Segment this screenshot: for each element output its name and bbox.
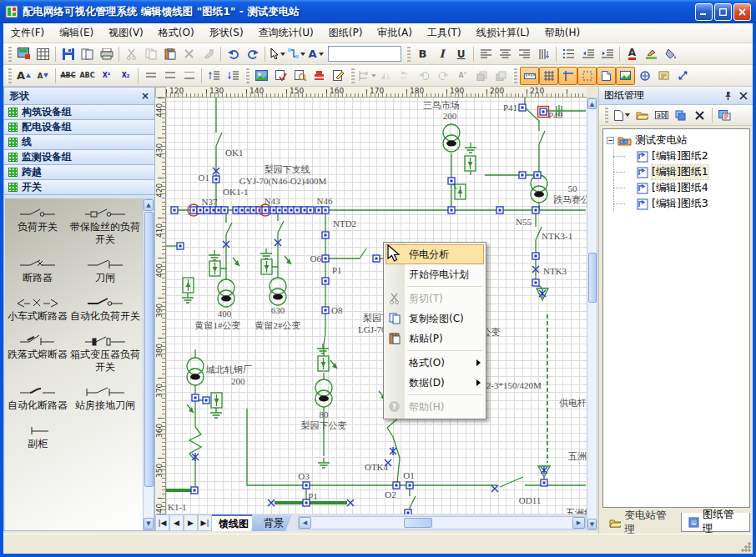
last-page-button[interactable]: ▶| bbox=[198, 514, 212, 531]
shape-circuit-breaker[interactable]: 断路器 bbox=[5, 258, 70, 284]
marquee-toggle-button[interactable] bbox=[577, 67, 597, 85]
tree-item-sheet2[interactable]: [编辑]图纸2 bbox=[603, 148, 749, 164]
text-tool-button[interactable]: A bbox=[306, 45, 325, 63]
sheet-properties-button[interactable] bbox=[715, 106, 734, 124]
shape-auto-load-switch[interactable]: 自动化负荷开关 bbox=[70, 296, 140, 323]
scrollbar-thumb[interactable] bbox=[588, 253, 597, 303]
maximize-button[interactable] bbox=[714, 3, 732, 21]
menu-format[interactable]: 格式(O) bbox=[151, 23, 202, 43]
shape-group-structures[interactable]: 构筑设备组 bbox=[4, 105, 154, 120]
fill-button[interactable] bbox=[661, 45, 680, 63]
toolbar-grip[interactable] bbox=[350, 68, 355, 83]
shape-auto-breaker[interactable]: 自动化断路器 bbox=[5, 385, 70, 412]
prev-page-button[interactable]: ◀ bbox=[169, 514, 184, 531]
rotate-left-button[interactable] bbox=[415, 67, 434, 85]
page-toggle-button[interactable] bbox=[597, 67, 616, 85]
menu-item-copy-drawing[interactable]: 复制绘图(C) bbox=[384, 309, 486, 329]
outdent-button[interactable] bbox=[578, 45, 597, 63]
toolbar-grip[interactable] bbox=[245, 68, 249, 83]
close-panel-icon[interactable]: × bbox=[141, 90, 149, 102]
shape-group-distribution[interactable]: 配电设备组 bbox=[4, 120, 154, 135]
shape-group-lines[interactable]: 线 bbox=[4, 135, 154, 150]
flip-horizontal-button[interactable] bbox=[376, 67, 396, 85]
shape-group-switches[interactable]: 开关 bbox=[4, 180, 154, 195]
align-right-button[interactable] bbox=[515, 45, 534, 63]
menu-shape[interactable]: 形状(S) bbox=[202, 23, 251, 43]
tree-item-sheet3[interactable]: [编辑]图纸3 bbox=[603, 196, 749, 212]
menu-query-stats[interactable]: 查询统计(U) bbox=[251, 23, 321, 43]
toolbar-grip[interactable] bbox=[513, 68, 517, 83]
scroll-right-icon[interactable]: ▶ bbox=[572, 517, 585, 529]
open-sheet-button[interactable] bbox=[633, 106, 652, 124]
shape-fused-load-switch[interactable]: 带保险丝的负荷开关 bbox=[70, 207, 140, 246]
shape-trolley-breaker[interactable]: 小车式断路器 bbox=[5, 296, 70, 323]
flip-vertical-button[interactable] bbox=[396, 67, 415, 85]
next-page-button[interactable]: ▶ bbox=[184, 514, 198, 531]
delete-button[interactable] bbox=[179, 45, 199, 63]
pan-zoom-button[interactable] bbox=[635, 67, 654, 85]
font-color-button[interactable]: A bbox=[622, 45, 642, 63]
vertical-text-button[interactable] bbox=[534, 45, 553, 63]
move-arrows-button[interactable] bbox=[673, 67, 693, 85]
shape-knife-switch[interactable]: 刀闸 bbox=[70, 258, 140, 284]
menu-line-loss[interactable]: 线损计算(L) bbox=[469, 23, 537, 43]
menu-item-format[interactable]: 格式(O) bbox=[384, 353, 486, 373]
scroll-up-icon[interactable]: ▲ bbox=[144, 199, 154, 211]
print-button[interactable] bbox=[97, 45, 116, 63]
grow-font-button[interactable]: A bbox=[14, 67, 33, 85]
paste-button[interactable] bbox=[160, 45, 179, 63]
tab-sheet-manager[interactable]: 图纸管理 bbox=[681, 513, 750, 532]
scrollbar-thumb[interactable] bbox=[404, 518, 432, 528]
save-button[interactable] bbox=[58, 45, 78, 63]
title-bar[interactable]: 配电网络可视化管理系统 编辑馈线图 "图纸1" - 测试变电站 bbox=[0, 0, 756, 23]
align-left-button[interactable] bbox=[476, 45, 496, 63]
toolbar-grip[interactable] bbox=[406, 47, 411, 62]
copy-button[interactable] bbox=[141, 45, 160, 63]
menu-item-paste[interactable]: 粘贴(P) bbox=[384, 329, 486, 349]
approve-button[interactable] bbox=[271, 67, 290, 85]
view-button[interactable] bbox=[14, 45, 33, 63]
menu-item-start-outage-plan[interactable]: 开始停电计划 bbox=[384, 264, 486, 284]
delete-sheet-button[interactable] bbox=[690, 106, 709, 124]
shape-dropout-fuse[interactable]: 跌落式熔断器 bbox=[5, 334, 70, 374]
tab-feeder-diagram[interactable]: 馈线图 bbox=[212, 514, 257, 531]
scroll-up-icon[interactable]: ▲ bbox=[587, 98, 597, 109]
shape-group-crossing[interactable]: 跨越 bbox=[4, 165, 154, 180]
align-center-button[interactable] bbox=[496, 45, 515, 63]
insert-picture-button[interactable] bbox=[252, 67, 271, 85]
rename-sheet-button[interactable]: ab bbox=[652, 106, 671, 124]
indent-button[interactable] bbox=[597, 45, 617, 63]
space-before-button[interactable] bbox=[204, 67, 224, 85]
abc-button[interactable]: ABC bbox=[78, 67, 97, 85]
line-spacing-2-button[interactable] bbox=[179, 67, 199, 85]
redo-button[interactable] bbox=[243, 45, 262, 63]
menu-view[interactable]: 视图(V) bbox=[101, 23, 151, 43]
connector-tool-button[interactable] bbox=[287, 45, 306, 63]
tree-root-substation[interactable]: − 测试变电站 bbox=[603, 133, 749, 148]
cut-button[interactable] bbox=[122, 45, 141, 63]
shrink-font-button[interactable]: A bbox=[33, 67, 53, 85]
first-page-button[interactable]: |◀ bbox=[155, 514, 169, 531]
undo-button[interactable] bbox=[224, 45, 243, 63]
grid-toggle-button[interactable] bbox=[539, 67, 558, 85]
toolbar-grip[interactable] bbox=[604, 108, 608, 123]
ruler-toggle-button[interactable] bbox=[520, 67, 539, 85]
menu-help[interactable]: 帮助(H) bbox=[537, 23, 587, 43]
close-button[interactable] bbox=[733, 3, 751, 21]
scroll-down-icon[interactable]: ▼ bbox=[144, 518, 154, 529]
menu-file[interactable]: 文件(F) bbox=[3, 23, 52, 43]
menu-sheet[interactable]: 图纸(P) bbox=[321, 23, 370, 43]
menu-tools[interactable]: 工具(T) bbox=[420, 23, 469, 43]
space-after-button[interactable] bbox=[224, 67, 243, 85]
send-back-button[interactable] bbox=[491, 67, 511, 85]
menu-item-data[interactable]: 数据(D) bbox=[384, 373, 486, 393]
shapes-scrollbar[interactable]: ▲ ▼ bbox=[143, 198, 154, 530]
tree-item-sheet1[interactable]: [编辑]图纸1 bbox=[603, 164, 749, 180]
edit-note-button[interactable] bbox=[329, 67, 348, 85]
shape-align-button[interactable] bbox=[357, 67, 376, 85]
shape-load-switch[interactable]: 负荷开关 bbox=[5, 207, 70, 246]
shape-group-monitoring[interactable]: 监测设备组 bbox=[4, 150, 154, 165]
drawing-canvas[interactable]: 三鸟市场200P41P49OK1O1OK1-1梨园下支线GYJ-70(N46-O… bbox=[166, 98, 587, 514]
italic-button[interactable]: I bbox=[432, 45, 451, 63]
format-brush-button[interactable] bbox=[199, 45, 218, 63]
